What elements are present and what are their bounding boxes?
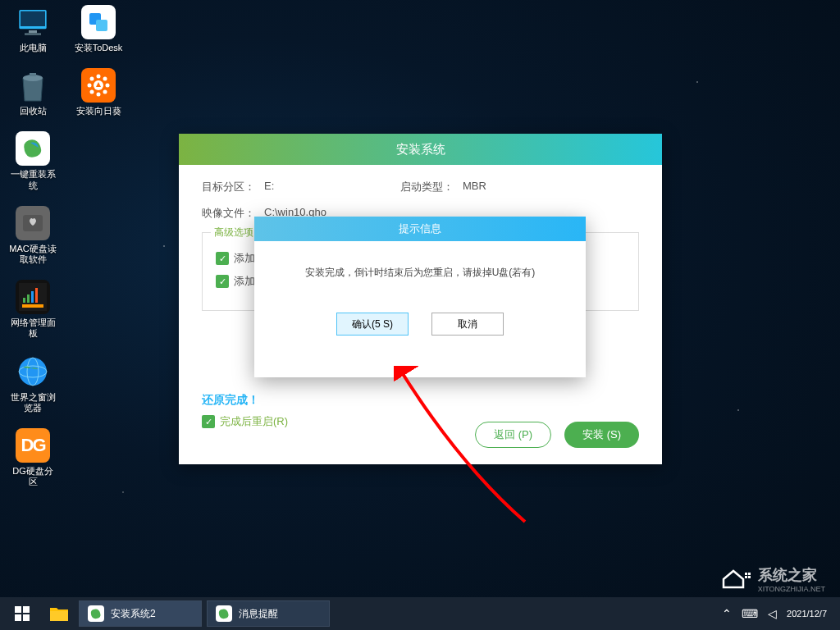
back-button[interactable]: 返回 (P) [475, 422, 551, 448]
svg-rect-22 [31, 291, 34, 303]
svg-rect-35 [23, 614, 30, 621]
taskbar-task-installer[interactable]: 安装系统2 [79, 600, 202, 627]
svg-rect-36 [50, 611, 68, 621]
desktop-icon-network[interactable]: 网络管理面板 [8, 280, 57, 339]
check-icon: ✓ [216, 252, 229, 265]
tray-date[interactable]: 2021/12/7 [787, 609, 827, 619]
svg-rect-5 [96, 20, 107, 31]
target-partition-label: 目标分区： [202, 180, 259, 194]
installer-title: 安装系统 [179, 134, 662, 165]
icon-label: 此电脑 [20, 43, 47, 53]
task-icon [88, 605, 104, 622]
cancel-button[interactable]: 取消 [431, 313, 504, 336]
desktop-icon-recycle[interactable]: 回收站 [8, 68, 57, 116]
svg-rect-20 [23, 298, 25, 303]
start-button[interactable] [5, 600, 39, 628]
watermark-url: XITONGZHIJIA.NET [758, 585, 825, 593]
browser-icon [16, 354, 50, 389]
dg-icon: DG [16, 428, 50, 463]
pc-icon [16, 5, 50, 39]
svg-point-10 [97, 93, 101, 97]
svg-rect-7 [30, 73, 36, 76]
taskbar: 安装系统2 消息提醒 ⌃ ⌨ ◁ 2021/12/7 [0, 597, 840, 630]
icon-label: 回收站 [20, 106, 47, 116]
svg-rect-21 [27, 294, 30, 303]
target-partition-value: E: [264, 180, 346, 194]
svg-point-9 [97, 75, 101, 79]
svg-rect-33 [23, 606, 30, 613]
task-icon [216, 605, 232, 622]
system-tray: ⌃ ⌨ ◁ 2021/12/7 [722, 607, 835, 620]
svg-rect-32 [15, 606, 21, 613]
boot-type-label: 启动类型： [400, 180, 458, 194]
svg-point-12 [106, 84, 110, 88]
svg-rect-24 [22, 304, 43, 308]
svg-point-11 [88, 84, 92, 88]
svg-point-13 [90, 77, 94, 81]
desktop-icon-world-browser[interactable]: 世界之窗浏览器 [8, 354, 57, 413]
svg-point-14 [103, 77, 107, 81]
install-button[interactable]: 安装 (S) [564, 422, 639, 448]
desktop-icon-dg[interactable]: DG DG硬盘分区 [8, 428, 57, 487]
taskbar-task-message[interactable]: 消息提醒 [207, 600, 330, 627]
svg-rect-28 [745, 573, 747, 575]
modal-title: 提示信息 [254, 217, 586, 241]
advanced-legend: 高级选项 [211, 226, 257, 240]
watermark-text: 系统之家 [758, 565, 825, 585]
network-icon [16, 280, 50, 314]
todesk-icon [81, 5, 116, 39]
boot-type-value: MBR [463, 180, 486, 194]
prompt-modal: 提示信息 安装完成，倒计时结束后为您重启，请拔掉U盘(若有) 确认(5 S) 取… [254, 217, 586, 377]
desktop-icon-todesk[interactable]: 安装ToDesk [74, 5, 123, 53]
check-icon[interactable]: ✓ [202, 415, 215, 428]
sunflower-icon [81, 68, 116, 103]
watermark: 系统之家 XITONGZHIJIA.NET [722, 564, 825, 594]
confirm-button[interactable]: 确认(5 S) [336, 313, 409, 336]
icon-label: 安装ToDesk [75, 43, 123, 53]
restart-after-label: 完成后重启(R) [220, 414, 288, 429]
reinstall-icon [16, 131, 50, 166]
svg-rect-30 [745, 576, 747, 578]
modal-message: 安装完成，倒计时结束后为您重启，请拔掉U盘(若有) [271, 266, 569, 280]
restore-done-text: 还原完成！ [202, 393, 639, 408]
svg-rect-34 [15, 614, 21, 621]
chevron-left-icon[interactable]: ◁ [768, 607, 777, 620]
desktop-icon-this-pc[interactable]: 此电脑 [8, 5, 57, 53]
icon-label: DG硬盘分区 [8, 466, 57, 487]
explorer-icon[interactable] [44, 600, 74, 628]
desktop-icon-grid: 此电脑 安装ToDesk 回收站 安装向日葵 [8, 5, 123, 487]
svg-rect-29 [748, 573, 751, 575]
desktop-icon-sunflower[interactable]: 安装向日葵 [74, 68, 123, 116]
svg-rect-1 [21, 11, 45, 26]
tray-up-icon[interactable]: ⌃ [722, 607, 732, 620]
svg-point-16 [103, 90, 107, 94]
desktop-icon-mac-disk[interactable]: MAC硬盘读取软件 [8, 206, 57, 265]
icon-label: 网络管理面板 [8, 317, 57, 339]
svg-rect-23 [35, 288, 38, 303]
svg-rect-3 [25, 33, 41, 35]
svg-rect-2 [29, 30, 37, 33]
icon-label: 安装向日葵 [76, 106, 121, 116]
svg-rect-31 [748, 576, 751, 578]
icon-label: MAC硬盘读取软件 [8, 244, 57, 265]
svg-point-15 [90, 90, 94, 94]
check-icon: ✓ [216, 275, 229, 288]
keyboard-icon[interactable]: ⌨ [742, 607, 758, 620]
task-label: 安装系统2 [111, 607, 156, 621]
watermark-logo-icon [722, 564, 751, 594]
mac-disk-icon [16, 206, 50, 240]
task-label: 消息提醒 [239, 607, 278, 621]
icon-label: 一键重装系统 [8, 169, 57, 190]
svg-point-25 [19, 358, 47, 386]
image-file-label: 映像文件： [202, 206, 259, 221]
icon-label: 世界之窗浏览器 [8, 392, 57, 413]
desktop-icon-reinstall[interactable]: 一键重装系统 [8, 131, 57, 190]
recycle-icon [16, 68, 50, 103]
